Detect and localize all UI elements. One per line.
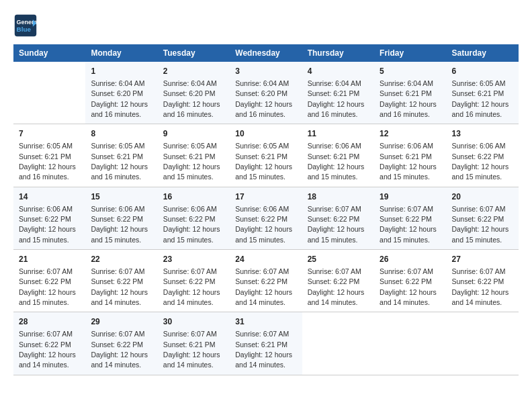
day-info: Sunrise: 6:04 AM Sunset: 6:20 PM Dayligh…	[235, 79, 292, 118]
day-number: 13	[452, 128, 513, 140]
calendar-table: SundayMondayTuesdayWednesdayThursdayFrid…	[13, 44, 519, 375]
day-info: Sunrise: 6:06 AM Sunset: 6:22 PM Dayligh…	[235, 205, 292, 244]
day-number: 19	[380, 191, 441, 203]
day-info: Sunrise: 6:07 AM Sunset: 6:22 PM Dayligh…	[380, 267, 437, 306]
day-info: Sunrise: 6:06 AM Sunset: 6:22 PM Dayligh…	[91, 205, 148, 244]
calendar-cell: 23Sunrise: 6:07 AM Sunset: 6:22 PM Dayli…	[158, 250, 230, 312]
header-sunday: Sunday	[13, 44, 85, 62]
day-number: 30	[163, 316, 224, 328]
calendar-cell: 16Sunrise: 6:06 AM Sunset: 6:22 PM Dayli…	[158, 187, 230, 249]
day-number: 8	[91, 128, 152, 140]
header-tuesday: Tuesday	[158, 44, 230, 62]
day-info: Sunrise: 6:07 AM Sunset: 6:22 PM Dayligh…	[308, 267, 365, 306]
day-info: Sunrise: 6:07 AM Sunset: 6:22 PM Dayligh…	[452, 267, 509, 306]
day-info: Sunrise: 6:04 AM Sunset: 6:21 PM Dayligh…	[308, 79, 365, 118]
day-number: 14	[19, 191, 80, 203]
calendar-cell	[447, 312, 519, 375]
calendar-cell: 27Sunrise: 6:07 AM Sunset: 6:22 PM Dayli…	[447, 250, 519, 312]
svg-text:Blue: Blue	[17, 26, 32, 33]
header-wednesday: Wednesday	[230, 44, 302, 62]
day-info: Sunrise: 6:07 AM Sunset: 6:22 PM Dayligh…	[91, 267, 148, 306]
day-info: Sunrise: 6:05 AM Sunset: 6:21 PM Dayligh…	[235, 142, 292, 181]
day-number: 27	[452, 254, 513, 265]
week-row-5: 28Sunrise: 6:07 AM Sunset: 6:22 PM Dayli…	[13, 312, 519, 375]
calendar-cell: 5Sunrise: 6:04 AM Sunset: 6:21 PM Daylig…	[374, 62, 446, 124]
calendar-cell: 17Sunrise: 6:06 AM Sunset: 6:22 PM Dayli…	[230, 187, 302, 249]
day-info: Sunrise: 6:05 AM Sunset: 6:21 PM Dayligh…	[452, 79, 509, 118]
calendar-cell: 29Sunrise: 6:07 AM Sunset: 6:22 PM Dayli…	[85, 312, 157, 375]
day-info: Sunrise: 6:06 AM Sunset: 6:22 PM Dayligh…	[19, 205, 76, 244]
calendar-cell: 31Sunrise: 6:07 AM Sunset: 6:21 PM Dayli…	[230, 312, 302, 375]
calendar-cell: 20Sunrise: 6:07 AM Sunset: 6:22 PM Dayli…	[447, 187, 519, 249]
day-info: Sunrise: 6:07 AM Sunset: 6:22 PM Dayligh…	[163, 267, 220, 306]
day-number: 29	[91, 316, 152, 328]
calendar-cell: 21Sunrise: 6:07 AM Sunset: 6:22 PM Dayli…	[13, 250, 85, 312]
calendar-cell: 9Sunrise: 6:05 AM Sunset: 6:21 PM Daylig…	[158, 124, 230, 187]
day-number: 4	[308, 66, 369, 77]
day-number: 3	[235, 66, 296, 77]
day-number: 5	[380, 66, 441, 77]
day-info: Sunrise: 6:07 AM Sunset: 6:22 PM Dayligh…	[452, 205, 509, 244]
day-info: Sunrise: 6:04 AM Sunset: 6:20 PM Dayligh…	[91, 79, 148, 118]
day-info: Sunrise: 6:07 AM Sunset: 6:21 PM Dayligh…	[163, 330, 220, 369]
calendar-cell	[13, 62, 85, 124]
calendar-cell: 26Sunrise: 6:07 AM Sunset: 6:22 PM Dayli…	[374, 250, 446, 312]
calendar-cell: 4Sunrise: 6:04 AM Sunset: 6:21 PM Daylig…	[302, 62, 374, 124]
calendar-cell: 7Sunrise: 6:05 AM Sunset: 6:21 PM Daylig…	[13, 124, 85, 187]
calendar-cell: 22Sunrise: 6:07 AM Sunset: 6:22 PM Dayli…	[85, 250, 157, 312]
calendar-cell: 15Sunrise: 6:06 AM Sunset: 6:22 PM Dayli…	[85, 187, 157, 249]
day-number: 21	[19, 254, 80, 265]
day-number: 28	[19, 316, 80, 328]
week-row-2: 7Sunrise: 6:05 AM Sunset: 6:21 PM Daylig…	[13, 124, 519, 187]
day-number: 9	[163, 128, 224, 140]
day-info: Sunrise: 6:07 AM Sunset: 6:21 PM Dayligh…	[235, 330, 292, 369]
day-number: 18	[308, 191, 369, 203]
day-number: 2	[163, 66, 224, 77]
calendar-cell: 10Sunrise: 6:05 AM Sunset: 6:21 PM Dayli…	[230, 124, 302, 187]
calendar-cell: 13Sunrise: 6:06 AM Sunset: 6:22 PM Dayli…	[447, 124, 519, 187]
day-info: Sunrise: 6:05 AM Sunset: 6:21 PM Dayligh…	[163, 142, 220, 181]
calendar-cell: 19Sunrise: 6:07 AM Sunset: 6:22 PM Dayli…	[374, 187, 446, 249]
day-info: Sunrise: 6:04 AM Sunset: 6:20 PM Dayligh…	[163, 79, 220, 118]
calendar-cell: 14Sunrise: 6:06 AM Sunset: 6:22 PM Dayli…	[13, 187, 85, 249]
day-number: 7	[19, 128, 80, 140]
header-friday: Friday	[374, 44, 446, 62]
day-number: 23	[163, 254, 224, 265]
day-number: 12	[380, 128, 441, 140]
header-thursday: Thursday	[302, 44, 374, 62]
day-info: Sunrise: 6:05 AM Sunset: 6:21 PM Dayligh…	[91, 142, 148, 181]
day-info: Sunrise: 6:06 AM Sunset: 6:21 PM Dayligh…	[380, 142, 437, 181]
logo: General Blue	[13, 13, 40, 38]
day-info: Sunrise: 6:07 AM Sunset: 6:22 PM Dayligh…	[19, 330, 76, 369]
week-row-3: 14Sunrise: 6:06 AM Sunset: 6:22 PM Dayli…	[13, 187, 519, 249]
day-number: 31	[235, 316, 296, 328]
calendar-cell	[374, 312, 446, 375]
calendar-cell: 18Sunrise: 6:07 AM Sunset: 6:22 PM Dayli…	[302, 187, 374, 249]
calendar-header-row: SundayMondayTuesdayWednesdayThursdayFrid…	[13, 44, 519, 62]
day-info: Sunrise: 6:07 AM Sunset: 6:22 PM Dayligh…	[91, 330, 148, 369]
calendar-cell: 12Sunrise: 6:06 AM Sunset: 6:21 PM Dayli…	[374, 124, 446, 187]
day-number: 1	[91, 66, 152, 77]
day-number: 15	[91, 191, 152, 203]
calendar-cell: 6Sunrise: 6:05 AM Sunset: 6:21 PM Daylig…	[447, 62, 519, 124]
header-saturday: Saturday	[447, 44, 519, 62]
day-number: 11	[308, 128, 369, 140]
week-row-4: 21Sunrise: 6:07 AM Sunset: 6:22 PM Dayli…	[13, 250, 519, 312]
day-number: 16	[163, 191, 224, 203]
calendar-cell: 8Sunrise: 6:05 AM Sunset: 6:21 PM Daylig…	[85, 124, 157, 187]
day-number: 10	[235, 128, 296, 140]
day-info: Sunrise: 6:06 AM Sunset: 6:22 PM Dayligh…	[452, 142, 509, 181]
calendar-cell: 11Sunrise: 6:06 AM Sunset: 6:21 PM Dayli…	[302, 124, 374, 187]
calendar-cell: 25Sunrise: 6:07 AM Sunset: 6:22 PM Dayli…	[302, 250, 374, 312]
logo-icon: General Blue	[13, 13, 38, 38]
calendar-cell: 24Sunrise: 6:07 AM Sunset: 6:22 PM Dayli…	[230, 250, 302, 312]
day-info: Sunrise: 6:07 AM Sunset: 6:22 PM Dayligh…	[19, 267, 76, 306]
day-number: 22	[91, 254, 152, 265]
day-number: 6	[452, 66, 513, 77]
day-info: Sunrise: 6:07 AM Sunset: 6:22 PM Dayligh…	[380, 205, 437, 244]
calendar-cell: 2Sunrise: 6:04 AM Sunset: 6:20 PM Daylig…	[158, 62, 230, 124]
day-info: Sunrise: 6:05 AM Sunset: 6:21 PM Dayligh…	[19, 142, 76, 181]
day-number: 17	[235, 191, 296, 203]
calendar-cell: 28Sunrise: 6:07 AM Sunset: 6:22 PM Dayli…	[13, 312, 85, 375]
day-info: Sunrise: 6:06 AM Sunset: 6:22 PM Dayligh…	[163, 205, 220, 244]
